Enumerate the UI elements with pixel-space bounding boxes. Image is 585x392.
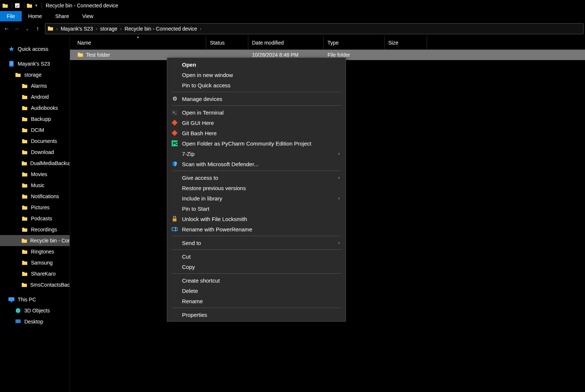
- ctx-manage-devices[interactable]: ⚙Manage devices: [167, 94, 346, 104]
- ctx-include-library[interactable]: Include in library›: [167, 193, 346, 203]
- separator: [42, 3, 42, 8]
- column-date[interactable]: Date modified: [248, 36, 324, 49]
- separator: [12, 3, 12, 8]
- tree-folder-item[interactable]: Pictures: [0, 202, 70, 213]
- tree-folder-item[interactable]: Alarms: [0, 80, 70, 91]
- breadcrumb-item[interactable]: Mayank's S23: [61, 26, 93, 32]
- column-status[interactable]: Status: [206, 36, 248, 49]
- forward-button[interactable]: →: [12, 24, 22, 34]
- tab-file[interactable]: File: [0, 11, 22, 21]
- back-button[interactable]: ←: [1, 24, 12, 34]
- ctx-copy[interactable]: Copy: [167, 262, 346, 272]
- shield-icon: [171, 160, 178, 168]
- chevron-right-icon: ›: [338, 175, 340, 180]
- folder-icon[interactable]: [26, 2, 33, 9]
- tree-folder-item[interactable]: Podcasts: [0, 213, 70, 224]
- breadcrumb-item[interactable]: Recycle bin - Connected device: [125, 26, 197, 32]
- ctx-pycharm[interactable]: PCOpen Folder as PyCharm Community Editi…: [167, 138, 346, 148]
- column-name[interactable]: ▲Name: [70, 36, 206, 49]
- tree-folder-item[interactable]: Android: [0, 91, 70, 102]
- ctx-open-new-window[interactable]: Open in new window: [167, 70, 346, 80]
- column-type[interactable]: Type: [324, 36, 385, 49]
- pycharm-icon: PC: [171, 140, 178, 147]
- tree-folder-item[interactable]: Ringtones: [0, 246, 70, 257]
- tree-folder-item[interactable]: Movies: [0, 169, 70, 180]
- folder-icon: [21, 171, 28, 178]
- file-name: Test folder: [86, 52, 110, 58]
- chevron-right-icon: ›: [338, 240, 340, 245]
- ctx-git-gui[interactable]: Git GUI Here: [167, 118, 346, 128]
- ctx-create-shortcut[interactable]: Create shortcut: [167, 275, 346, 286]
- tree-label: Desktop: [24, 319, 43, 325]
- tree-folder-item[interactable]: Documents: [0, 136, 70, 147]
- tree-desktop[interactable]: Desktop: [0, 316, 70, 327]
- tree-folder-item[interactable]: Samsung: [0, 257, 70, 268]
- svg-text:>_: >_: [173, 111, 177, 114]
- desktop-icon: [15, 318, 21, 325]
- tree-quick-access[interactable]: Quick access: [0, 43, 70, 55]
- context-menu: Open Open in new window Pin to Quick acc…: [167, 57, 346, 322]
- tree-label: Music: [31, 182, 45, 188]
- tree-3d-objects[interactable]: 3D Objects: [0, 305, 70, 316]
- tree-folder-item[interactable]: Audiobooks: [0, 102, 70, 113]
- separator: [172, 249, 341, 250]
- rename-icon: [171, 225, 178, 233]
- tree-this-pc[interactable]: This PC: [0, 294, 70, 305]
- tree-label: This PC: [18, 297, 36, 302]
- ctx-file-locksmith[interactable]: Unlock with File Locksmith: [167, 214, 346, 224]
- folder-icon: [21, 138, 28, 144]
- ctx-7zip[interactable]: 7-Zip›: [167, 148, 346, 159]
- tree-folder-item[interactable]: Backupp: [0, 113, 70, 125]
- separator: [172, 308, 341, 308]
- recent-dropdown[interactable]: ⌄: [22, 24, 32, 34]
- tree-label: Android: [31, 94, 49, 100]
- ctx-pin-start[interactable]: Pin to Start: [167, 203, 346, 214]
- tree-folder-item[interactable]: ShareKaro: [0, 268, 70, 279]
- ctx-send-to[interactable]: Send to›: [167, 238, 346, 248]
- ctx-git-bash[interactable]: Git Bash Here: [167, 128, 346, 138]
- chevron-right-icon[interactable]: ›: [56, 27, 58, 31]
- tab-view[interactable]: View: [76, 11, 100, 21]
- tree-folder-item[interactable]: DCIM: [0, 125, 70, 136]
- ctx-cut[interactable]: Cut: [167, 251, 346, 262]
- up-button[interactable]: ↑: [32, 24, 43, 34]
- tree-folder-item[interactable]: SmsContactsBackup: [0, 279, 70, 290]
- chevron-right-icon[interactable]: ›: [200, 27, 202, 31]
- tree-device[interactable]: Mayank's S23: [0, 58, 70, 69]
- ctx-rename[interactable]: Rename: [167, 296, 346, 306]
- ctx-open-terminal[interactable]: >_Open in Terminal: [167, 107, 346, 118]
- breadcrumb-bar[interactable]: › Mayank's S23 › storage › Recycle bin -…: [45, 23, 584, 34]
- column-headers: ▲Name Status Date modified Type Size: [70, 36, 585, 49]
- ribbon-tabs: File Home Share View: [0, 11, 585, 21]
- column-size[interactable]: Size: [385, 36, 427, 49]
- tree-storage[interactable]: storage: [0, 69, 70, 80]
- tree-folder-item[interactable]: Recycle bin - Connected device: [0, 235, 70, 246]
- tree-folder-item[interactable]: Download: [0, 147, 70, 158]
- ctx-restore-versions[interactable]: Restore previous versions: [167, 183, 346, 193]
- ctx-powerrename[interactable]: Rename with PowerRename: [167, 224, 346, 234]
- tree-folder-item[interactable]: DualMediaBackup: [0, 158, 70, 169]
- svg-text:PC: PC: [173, 141, 178, 146]
- folder-icon: [21, 105, 28, 111]
- folder-icon: [21, 83, 28, 89]
- ctx-pin-quick-access[interactable]: Pin to Quick access: [167, 80, 346, 90]
- chevron-right-icon: ›: [338, 151, 340, 156]
- ctx-open[interactable]: Open: [167, 59, 346, 70]
- properties-icon[interactable]: [14, 2, 21, 9]
- ctx-give-access[interactable]: Give access to›: [167, 172, 346, 183]
- chevron-right-icon[interactable]: ›: [96, 27, 97, 31]
- ctx-properties[interactable]: Properties: [167, 309, 346, 320]
- ctx-delete[interactable]: Delete: [167, 286, 346, 296]
- dropdown-icon[interactable]: ▼: [35, 4, 38, 7]
- ctx-defender[interactable]: Scan with Microsoft Defender...: [167, 159, 346, 169]
- tab-home[interactable]: Home: [22, 11, 49, 21]
- chevron-right-icon[interactable]: ›: [120, 27, 122, 31]
- tree-folder-item[interactable]: Notifications: [0, 191, 70, 202]
- separator: [172, 171, 341, 171]
- breadcrumb-item[interactable]: storage: [100, 26, 118, 32]
- tree-folder-item[interactable]: Music: [0, 180, 70, 191]
- tab-share[interactable]: Share: [49, 11, 76, 21]
- tree-folder-item[interactable]: Recordings: [0, 224, 70, 235]
- folder-icon: [21, 160, 27, 167]
- folder-icon: [21, 193, 28, 200]
